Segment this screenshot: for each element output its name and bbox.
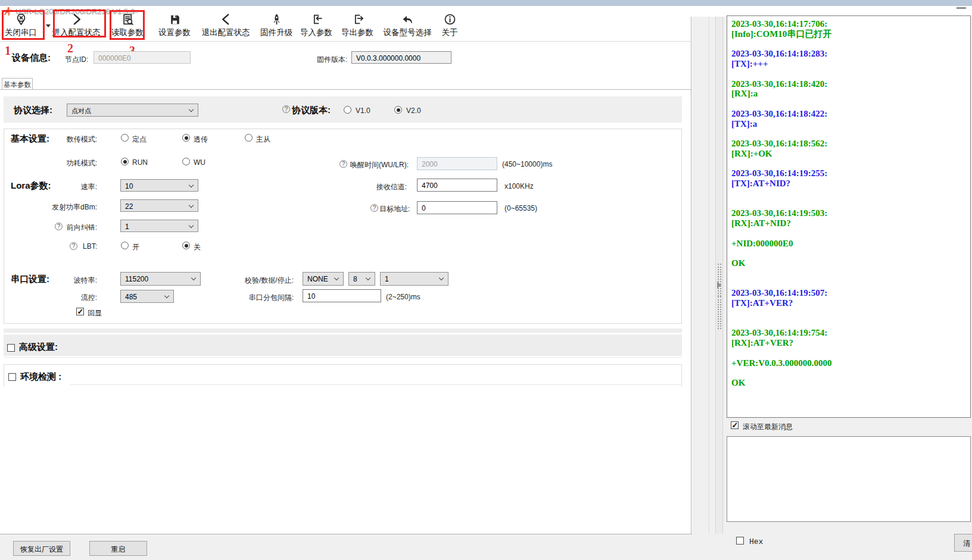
protocol-select-combo[interactable]: 点对点 <box>67 104 198 117</box>
tab-basic-params[interactable]: 基本参数 <box>2 78 33 89</box>
parity-combo[interactable]: NONE <box>303 272 344 286</box>
lbt-on-radio[interactable] <box>121 242 129 249</box>
rate-combo[interactable]: 10 <box>120 179 198 192</box>
back-arrow-icon <box>401 13 414 28</box>
fec-help-icon[interactable] <box>55 223 63 230</box>
protocol-v1-label: V1.0 <box>356 107 370 115</box>
protocol-v2-radio[interactable] <box>394 106 402 114</box>
log-line: [RX]:+OK <box>731 149 966 159</box>
transparent-radio[interactable] <box>182 134 190 142</box>
packet-interval-input[interactable]: 10 <box>303 289 381 302</box>
save-icon <box>169 13 181 28</box>
run-radio[interactable] <box>121 158 129 165</box>
log-line: [TX]:+++ <box>731 59 966 69</box>
com-port-dropdown-caret[interactable] <box>46 24 51 27</box>
transfer-mode-label: 数传模式: <box>43 134 97 145</box>
chevron-down-icon <box>189 223 194 228</box>
send-textarea[interactable] <box>727 436 971 522</box>
app-window: USR-LG206/DR206/DR216 V1.5.3 关闭串口进入配置状态读… <box>0 0 972 560</box>
toolbar-divider <box>0 41 691 42</box>
log-line <box>731 318 966 329</box>
toolbar-button-label: 固件升级 <box>260 28 292 37</box>
log-line <box>731 368 966 378</box>
log-line <box>731 159 966 169</box>
toolbar-button-label: 导入参数 <box>300 28 332 37</box>
echo-checkbox[interactable] <box>76 308 84 315</box>
baud-label: 波特率: <box>61 276 97 286</box>
protocol-v1-radio[interactable] <box>344 106 351 114</box>
advanced-checkbox[interactable] <box>7 344 15 352</box>
env-label: 环境检测 : <box>20 371 61 383</box>
log-line <box>731 129 966 139</box>
log-line: [TX]:AT+NID? <box>731 179 966 189</box>
log-line: 2023-03-30,16:14:17:706: <box>731 19 966 29</box>
splitter-dots <box>720 264 721 296</box>
wu-label: WU <box>194 158 205 167</box>
restart-button[interactable]: 重启 <box>89 541 147 556</box>
master-slave-radio[interactable] <box>245 134 253 142</box>
clear-button[interactable]: 清 <box>954 534 972 552</box>
toolbar-button-import-params[interactable]: 导入参数 <box>297 13 335 37</box>
tab-strip-line <box>0 89 691 90</box>
protocol-version-help-icon[interactable] <box>282 105 290 113</box>
lbt-on-label: 开 <box>132 242 139 252</box>
log-line: [TX]:a <box>731 119 966 129</box>
log-line <box>731 348 966 358</box>
log-line <box>731 39 966 49</box>
wu-radio[interactable] <box>182 158 190 165</box>
databits-combo[interactable]: 8 <box>348 272 375 286</box>
protocol-version-label: 协议版本: <box>292 105 331 116</box>
stopbits-combo[interactable]: 1 <box>380 272 448 286</box>
annotation-number-1: 1 <box>5 44 11 58</box>
factory-reset-button[interactable]: 恢复出厂设置 <box>13 541 70 556</box>
minimize-dash[interactable] <box>957 7 966 9</box>
log-line <box>731 99 966 109</box>
channel-input[interactable]: 4700 <box>417 179 497 192</box>
channel-unit: x100KHz <box>504 182 534 190</box>
advanced-underline <box>4 357 682 358</box>
firmware-version-input[interactable]: V0.0.3.000000.0000 <box>351 51 451 64</box>
log-line <box>731 189 966 199</box>
baud-combo[interactable]: 115200 <box>120 272 201 286</box>
target-addr-input[interactable]: 0 <box>417 201 497 214</box>
hex-checkbox[interactable] <box>736 537 744 545</box>
scroll-latest-label: 滚动至最新消息 <box>743 422 793 432</box>
scroll-latest-checkbox[interactable] <box>731 421 739 429</box>
toolbar-button-firmware-upgrade[interactable]: 固件升级 <box>257 13 295 37</box>
toolbar-button-set-params[interactable]: 设置参数 <box>155 13 194 37</box>
chevron-down-icon <box>334 276 339 280</box>
env-checkbox[interactable] <box>8 373 16 381</box>
toolbar-button-exit-config-mode[interactable]: 退出配置状态 <box>198 13 254 37</box>
transparent-label: 透传 <box>194 134 208 145</box>
lbt-off-label: 关 <box>194 242 201 252</box>
chevron-down-icon <box>189 107 194 112</box>
log-textarea[interactable]: 2023-03-30,16:14:17:706:[Info]:COM10串口已打… <box>727 15 971 418</box>
node-id-input[interactable]: 000000E0 <box>94 51 191 64</box>
fixed-point-radio[interactable] <box>121 134 129 142</box>
wake-time-label: 唤醒时间(WU/LR): <box>350 160 407 170</box>
fec-combo[interactable]: 1 <box>120 220 198 232</box>
target-addr-help-icon[interactable] <box>370 204 378 212</box>
flow-label: 流控: <box>61 293 97 303</box>
log-line: OK <box>731 378 966 388</box>
tx-power-combo[interactable]: 22 <box>120 199 198 212</box>
run-label: RUN <box>132 158 148 167</box>
target-addr-range: (0~65535) <box>504 204 537 212</box>
log-line: +NID:000000E0 <box>731 239 966 249</box>
log-line <box>731 229 966 239</box>
flow-combo[interactable]: 485 <box>120 290 174 303</box>
import-icon <box>310 13 323 28</box>
wake-time-input[interactable]: 2000 <box>417 157 497 170</box>
splitter-arrow-icon <box>717 281 721 289</box>
wake-time-help-icon[interactable] <box>339 160 347 168</box>
toolbar-button-about[interactable]: 关于 <box>436 13 463 37</box>
toolbar-button-label: 设备型号选择 <box>384 28 432 37</box>
splitter-bar[interactable] <box>715 17 723 534</box>
chevron-down-icon <box>189 183 194 187</box>
fec-label: 前向纠错: <box>64 223 97 233</box>
protocol-v2-label: V2.0 <box>406 107 421 115</box>
toolbar-button-device-model-select[interactable]: 设备型号选择 <box>379 13 435 37</box>
lbt-off-radio[interactable] <box>182 242 190 249</box>
lbt-help-icon[interactable] <box>70 242 77 250</box>
toolbar-button-export-params[interactable]: 导出参数 <box>338 13 376 37</box>
